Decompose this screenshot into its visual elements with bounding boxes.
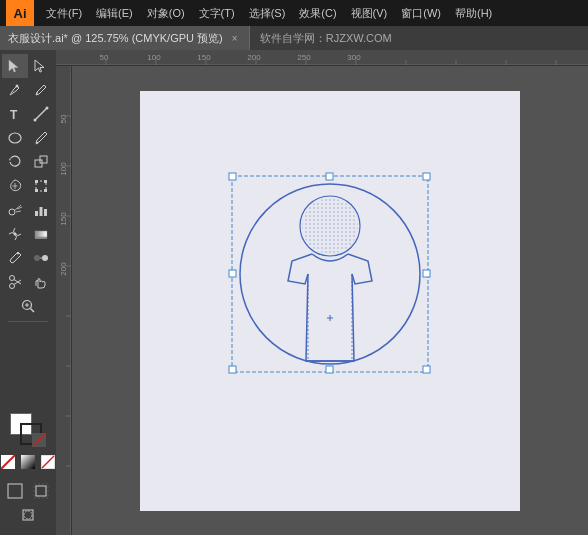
svg-point-5 bbox=[9, 133, 21, 143]
zoom-tool[interactable] bbox=[15, 294, 41, 318]
color-mode-button[interactable] bbox=[0, 453, 17, 471]
svg-point-83 bbox=[302, 198, 358, 254]
menu-edit[interactable]: 编辑(E) bbox=[90, 4, 139, 23]
svg-rect-12 bbox=[44, 189, 47, 192]
svg-text:T: T bbox=[10, 108, 18, 122]
tool-row-1 bbox=[0, 54, 56, 78]
warp-tool[interactable] bbox=[2, 174, 28, 198]
svg-rect-33 bbox=[21, 455, 35, 469]
tab-bar: 衣服设计.ai* @ 125.75% (CMYK/GPU 预览) × 软件自学网… bbox=[0, 26, 588, 50]
svg-point-0 bbox=[16, 85, 19, 88]
svg-rect-76 bbox=[423, 270, 430, 277]
gradient-tool[interactable] bbox=[28, 222, 54, 246]
svg-text:100: 100 bbox=[147, 53, 161, 62]
symbol-sprayer-tool[interactable] bbox=[2, 198, 28, 222]
menu-type[interactable]: 文字(T) bbox=[193, 4, 241, 23]
free-transform-tool[interactable] bbox=[28, 174, 54, 198]
svg-rect-73 bbox=[326, 173, 333, 180]
gradient-swatch[interactable] bbox=[19, 453, 37, 471]
svg-point-22 bbox=[42, 255, 48, 261]
clip-mode-row bbox=[0, 503, 56, 527]
rotate-tool[interactable] bbox=[2, 150, 28, 174]
svg-rect-72 bbox=[229, 173, 236, 180]
tool-row-7 bbox=[0, 198, 56, 222]
scale-tool[interactable] bbox=[28, 150, 54, 174]
svg-point-24 bbox=[10, 276, 15, 281]
svg-text:300: 300 bbox=[347, 53, 361, 62]
tab-label: 衣服设计.ai* @ 125.75% (CMYK/GPU 预览) bbox=[8, 31, 223, 46]
svg-text:50: 50 bbox=[100, 53, 109, 62]
svg-text:150: 150 bbox=[197, 53, 211, 62]
svg-text:200: 200 bbox=[59, 262, 68, 276]
direct-select-tool[interactable] bbox=[28, 54, 54, 78]
menu-effect[interactable]: 效果(C) bbox=[293, 4, 342, 23]
menu-file[interactable]: 文件(F) bbox=[40, 4, 88, 23]
draw-normal[interactable] bbox=[2, 479, 28, 503]
menu-select[interactable]: 选择(S) bbox=[243, 4, 292, 23]
svg-point-20 bbox=[17, 253, 19, 255]
svg-point-4 bbox=[46, 107, 49, 110]
svg-rect-18 bbox=[35, 231, 47, 237]
title-bar: Ai 文件(F) 编辑(E) 对象(O) 文字(T) 选择(S) 效果(C) 视… bbox=[0, 0, 588, 26]
svg-text:250: 250 bbox=[297, 53, 311, 62]
svg-rect-37 bbox=[36, 486, 46, 496]
pen-tool[interactable] bbox=[2, 78, 28, 102]
none-swatch[interactable] bbox=[39, 453, 56, 471]
svg-rect-75 bbox=[229, 270, 236, 277]
pencil-tool[interactable] bbox=[28, 78, 54, 102]
svg-rect-9 bbox=[35, 180, 38, 183]
svg-point-40 bbox=[24, 511, 32, 519]
svg-rect-39 bbox=[23, 510, 33, 520]
tool-row-4 bbox=[0, 126, 56, 150]
tab-right-info: 软件自学网：RJZXW.COM bbox=[250, 31, 588, 46]
svg-rect-10 bbox=[44, 180, 47, 183]
svg-rect-78 bbox=[326, 366, 333, 373]
svg-point-13 bbox=[9, 209, 15, 215]
line-tool[interactable] bbox=[28, 102, 54, 126]
svg-line-2 bbox=[35, 108, 47, 120]
blend-tool[interactable] bbox=[28, 246, 54, 270]
ellipse-tool[interactable] bbox=[2, 126, 28, 150]
tool-row-9 bbox=[0, 246, 56, 270]
tab-close-button[interactable]: × bbox=[229, 32, 241, 44]
svg-text:150: 150 bbox=[59, 212, 68, 226]
svg-text:200: 200 bbox=[247, 53, 261, 62]
svg-line-26 bbox=[31, 309, 35, 313]
hand-tool[interactable] bbox=[28, 270, 54, 294]
main-layout: T bbox=[0, 50, 588, 535]
draw-behind[interactable] bbox=[28, 479, 54, 503]
ruler-horizontal: 50 100 150 200 250 300 bbox=[56, 50, 588, 66]
active-tab[interactable]: 衣服设计.ai* @ 125.75% (CMYK/GPU 预览) × bbox=[0, 26, 250, 50]
svg-rect-77 bbox=[229, 366, 236, 373]
tool-row-5 bbox=[0, 150, 56, 174]
draw-mode-row bbox=[0, 479, 56, 503]
mesh-tool[interactable] bbox=[2, 222, 28, 246]
color-mode-row bbox=[0, 453, 56, 471]
left-toolbar: T bbox=[0, 50, 56, 535]
svg-rect-14 bbox=[35, 211, 38, 216]
color-section bbox=[0, 409, 56, 475]
column-graph-tool[interactable] bbox=[28, 198, 54, 222]
svg-point-23 bbox=[10, 284, 15, 289]
scissors-tool[interactable] bbox=[2, 270, 28, 294]
eyedropper-tool[interactable] bbox=[2, 246, 28, 270]
menu-help[interactable]: 帮助(H) bbox=[449, 4, 498, 23]
no-color-icon[interactable] bbox=[32, 433, 46, 447]
canvas-area: 50 100 150 200 250 300 50 100 1 bbox=[56, 50, 588, 535]
draw-inside[interactable] bbox=[15, 503, 41, 527]
paintbrush-tool[interactable] bbox=[28, 126, 54, 150]
menu-window[interactable]: 窗口(W) bbox=[395, 4, 447, 23]
menu-view[interactable]: 视图(V) bbox=[345, 4, 394, 23]
tool-row-8 bbox=[0, 222, 56, 246]
menu-object[interactable]: 对象(O) bbox=[141, 4, 191, 23]
artboard bbox=[140, 91, 520, 511]
svg-point-17 bbox=[14, 233, 17, 236]
menu-bar: 文件(F) 编辑(E) 对象(O) 文字(T) 选择(S) 效果(C) 视图(V… bbox=[40, 4, 582, 23]
tool-row-11 bbox=[0, 294, 56, 318]
svg-rect-79 bbox=[423, 366, 430, 373]
svg-rect-11 bbox=[35, 189, 38, 192]
tool-separator bbox=[8, 321, 48, 322]
type-tool[interactable]: T bbox=[2, 102, 28, 126]
selection-tool[interactable] bbox=[2, 54, 28, 78]
tool-row-2 bbox=[0, 78, 56, 102]
